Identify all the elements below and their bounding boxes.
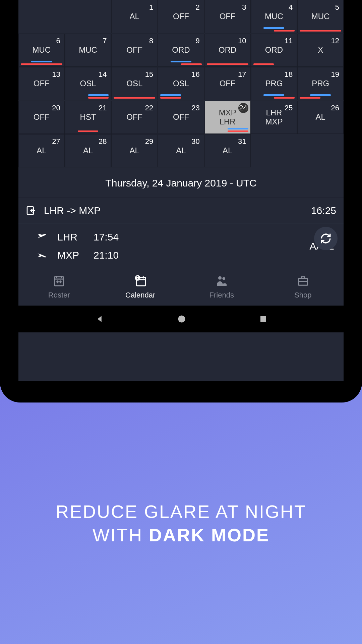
selected-date-header: Thursday, 24 January 2019 - UTC [18, 167, 344, 198]
calendar-cell[interactable]: 5MUC [297, 0, 344, 33]
duty-codes: AL [130, 146, 139, 155]
calendar-cell[interactable]: 28AL [65, 134, 111, 167]
nav-label: Roster [48, 291, 70, 300]
duty-codes: AL [315, 113, 325, 121]
phone-frame: 1AL2OFF3OFF4MUC5MUC6MUC7MUC8OFF9ORD10ORD… [0, 0, 362, 402]
calendar-cell[interactable]: 31AL [204, 134, 251, 167]
day-number: 30 [191, 137, 199, 146]
nav-friends[interactable]: Friends [181, 274, 262, 300]
calendar-cell[interactable]: 17OFF [204, 67, 251, 100]
calendar-cell[interactable]: 1AL [111, 0, 158, 33]
calendar-cell[interactable]: 6MUC [18, 34, 65, 67]
duty-codes: LHRMXP [265, 108, 283, 126]
recents-button[interactable] [259, 315, 267, 323]
day-number: 3 [242, 3, 246, 12]
day-number: 21 [99, 104, 107, 112]
calendar-cell[interactable]: 21HST [65, 101, 111, 134]
airport-code: MXP [57, 250, 84, 261]
duty-codes: OSL [80, 79, 96, 88]
calendar-cell[interactable]: 7MUC [65, 34, 111, 67]
svg-point-8 [178, 316, 185, 323]
day-number: 1 [149, 3, 153, 12]
duty-codes: AL [176, 146, 186, 155]
calendar-cell[interactable]: 30AL [158, 134, 204, 167]
svg-rect-6 [298, 278, 307, 285]
arrival-icon [36, 251, 48, 260]
refresh-button[interactable] [314, 227, 338, 250]
report-time: 16:25 [311, 205, 336, 216]
calendar-cell[interactable]: 23OFF [158, 101, 204, 134]
calendar-cell[interactable]: 14OSL [65, 67, 111, 100]
duty-codes: OFF [34, 113, 50, 121]
duty-codes: OFF [220, 12, 236, 21]
calendar-cell[interactable]: 18PRG [251, 67, 297, 100]
bottom-nav: RosterCalendarFriendsShop [18, 269, 344, 306]
calendar-cell[interactable]: 12X [297, 34, 344, 67]
home-button[interactable] [177, 314, 186, 324]
day-number: 13 [52, 70, 60, 79]
day-number: 9 [196, 37, 200, 45]
calendar-cell[interactable]: 11ORD [251, 34, 297, 67]
calendar-cell[interactable]: 26AL [297, 101, 344, 134]
day-number: 16 [191, 70, 199, 79]
nav-label: Shop [294, 291, 311, 300]
duty-codes: ORD [172, 46, 190, 54]
calendar-cell[interactable]: 2OFF [158, 0, 204, 33]
calendar-cell[interactable]: 9ORD [158, 34, 204, 67]
friends-icon [215, 274, 228, 287]
day-number: 17 [238, 70, 246, 79]
day-number: 27 [52, 137, 60, 146]
calendar-cell[interactable]: 16OSL [158, 67, 204, 100]
calendar-cell[interactable]: 8OFF [111, 34, 158, 67]
duty-codes: OSL [173, 79, 189, 88]
day-number: 25 [285, 104, 293, 112]
calendar-grid: 1AL2OFF3OFF4MUC5MUC6MUC7MUC8OFF9ORD10ORD… [18, 0, 344, 167]
svg-rect-7 [301, 277, 305, 278]
calendar-cell[interactable]: 27AL [18, 134, 65, 167]
android-nav-bar [18, 306, 344, 332]
back-button[interactable] [95, 314, 104, 324]
duty-codes: HST [80, 113, 96, 121]
calendar-cell[interactable]: 3OFF [204, 0, 251, 33]
duty-codes: ORD [219, 46, 236, 54]
calendar-cell[interactable]: 19PRG [297, 67, 344, 100]
duty-codes: AL [130, 12, 139, 21]
flight-leg: LHR17:54 [26, 228, 336, 246]
calendar-cell[interactable]: 20OFF [18, 101, 65, 134]
shop-icon [296, 274, 310, 287]
nav-shop[interactable]: Shop [262, 274, 344, 300]
day-number: 20 [52, 104, 60, 112]
calendar-cell[interactable]: 25LHRMXP [251, 101, 297, 134]
day-number: 28 [99, 137, 107, 146]
day-number: 19 [331, 70, 339, 79]
duty-codes: MXPLHR [219, 108, 236, 126]
calendar-cell[interactable]: 22OFF [111, 101, 158, 134]
app-screen: 1AL2OFF3OFF4MUC5MUC6MUC7MUC8OFF9ORD10ORD… [18, 0, 344, 381]
duty-codes: AL [37, 146, 46, 155]
duty-codes: ORD [265, 46, 283, 54]
nav-label: Friends [209, 291, 234, 300]
day-number: 8 [149, 37, 153, 45]
svg-point-5 [223, 277, 225, 280]
nav-calendar[interactable]: Calendar [100, 274, 181, 300]
duty-row[interactable]: LHR -> MXP 16:25 [18, 198, 344, 223]
calendar-cell[interactable]: 10ORD [204, 34, 251, 67]
duty-codes: MUC [265, 12, 283, 21]
day-number: 18 [285, 70, 293, 79]
checkin-icon [26, 205, 37, 216]
nav-roster[interactable]: Roster [18, 274, 100, 300]
day-number: 29 [145, 137, 153, 146]
duty-codes: OFF [126, 113, 142, 121]
calendar-cell[interactable]: 15OSL [111, 67, 158, 100]
duty-codes: OFF [173, 12, 189, 21]
duty-codes: PRG [265, 79, 283, 88]
duty-codes: MUC [79, 46, 97, 54]
calendar-cell[interactable]: 13OFF [18, 67, 65, 100]
duty-codes: AL [223, 146, 232, 155]
calendar-cell[interactable]: 4MUC [251, 0, 297, 33]
day-number: 11 [285, 37, 293, 45]
day-number: 2 [196, 3, 200, 12]
calendar-cell[interactable]: 29AL [111, 134, 158, 167]
calendar-cell[interactable]: 24MXPLHR [204, 101, 251, 134]
day-number: 6 [56, 37, 60, 45]
